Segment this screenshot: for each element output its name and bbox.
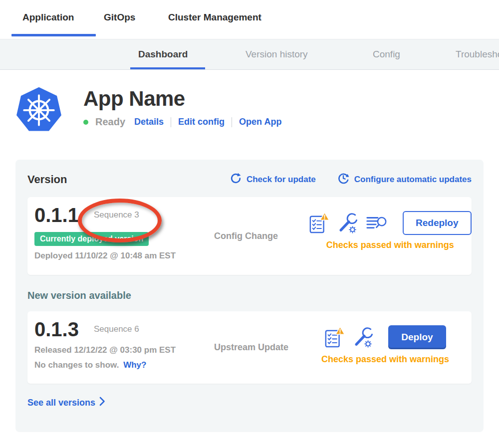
new-version-checks-status: Checks passed with warnings (321, 354, 449, 365)
active-tab-underline (11, 34, 96, 36)
divider (171, 117, 171, 127)
auto-update-icon (337, 172, 350, 187)
config-tools-icon[interactable] (353, 326, 373, 348)
app-sub-nav: Dashboard Version history Config Trouble… (0, 39, 499, 70)
current-version-sequence: Sequence 3 (94, 210, 139, 220)
version-diff-icon[interactable] (366, 214, 388, 232)
deploy-button[interactable]: Deploy (388, 325, 446, 349)
see-all-versions-label: See all versions (27, 398, 95, 408)
no-changes-note: No changes to show. (34, 360, 119, 370)
refresh-icon (230, 172, 242, 187)
current-version-checks-status: Checks passed with warnings (326, 240, 454, 250)
new-version-source: Upstream Update (214, 318, 309, 377)
new-version-sequence: Sequence 6 (94, 324, 139, 334)
currently-deployed-badge: Currently deployed version (34, 232, 149, 246)
status-dot (83, 120, 88, 125)
configure-automatic-updates-button[interactable]: Configure automatic updates (337, 172, 472, 187)
tab-troubleshoot[interactable]: Troubleshoot (456, 49, 499, 60)
version-panel-title: Version (27, 173, 209, 186)
configure-automatic-updates-label: Configure automatic updates (354, 175, 472, 185)
status-badge: Ready (95, 116, 125, 128)
kubernetes-logo-icon (15, 85, 63, 135)
new-version-card: 0.1.3 Sequence 6 Released 12/12/22 @ 03:… (27, 311, 472, 384)
top-nav: Application GitOps Cluster Management (0, 0, 499, 39)
divider (232, 117, 232, 127)
current-version-card: 0.1.1 Sequence 3 Currently deployed vers… (27, 197, 472, 275)
tab-config[interactable]: Config (373, 49, 400, 60)
app-header: App Name Ready Details Edit config Open … (15, 85, 499, 140)
check-for-update-button[interactable]: Check for update (230, 172, 316, 187)
tab-version-history[interactable]: Version history (246, 49, 308, 60)
page-title: App Name (83, 88, 281, 109)
chevron-right-icon (99, 397, 105, 409)
tab-dashboard[interactable]: Dashboard (138, 49, 188, 60)
edit-config-link[interactable]: Edit config (178, 117, 225, 127)
current-version-number: 0.1.1 (34, 204, 79, 226)
preflight-checks-icon[interactable] (309, 212, 330, 234)
config-tools-icon[interactable] (338, 212, 358, 234)
open-app-link[interactable]: Open App (239, 117, 281, 127)
preflight-checks-icon[interactable] (324, 326, 345, 349)
current-version-source: Config Change (214, 204, 309, 268)
redeploy-button[interactable]: Redeploy (403, 211, 472, 235)
version-panel: Version Check for update Configure autom… (15, 160, 484, 432)
deployed-timestamp: Deployed 11/10/22 @ 10:48 am EST (34, 251, 214, 261)
new-version-number: 0.1.3 (34, 318, 79, 340)
check-for-update-label: Check for update (247, 175, 316, 185)
active-subtab-underline (130, 67, 205, 69)
tab-gitops[interactable]: GitOps (104, 12, 135, 23)
see-all-versions-link[interactable]: See all versions (27, 397, 105, 409)
new-version-heading: New version available (27, 290, 472, 301)
released-timestamp: Released 12/12/22 @ 03:30 pm EST (34, 345, 214, 355)
details-link[interactable]: Details (134, 117, 164, 127)
tab-application[interactable]: Application (22, 12, 74, 23)
why-link[interactable]: Why? (123, 360, 146, 370)
tab-cluster-management[interactable]: Cluster Management (168, 12, 261, 23)
